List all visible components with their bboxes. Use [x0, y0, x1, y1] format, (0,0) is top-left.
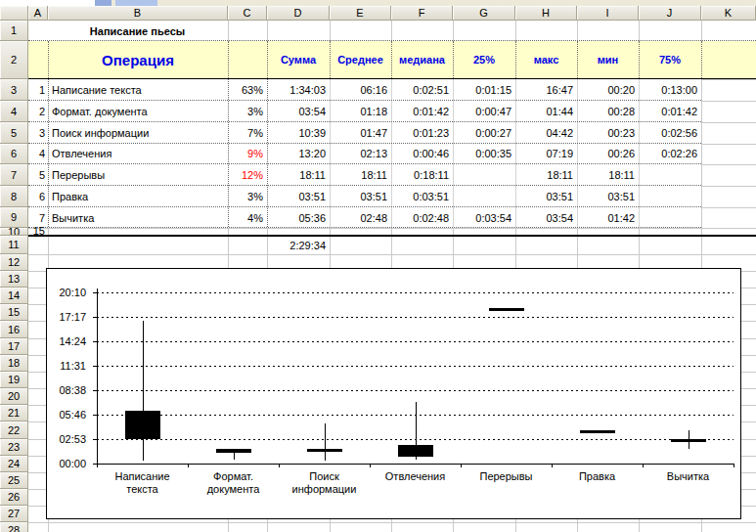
- row-header-23[interactable]: 23: [0, 439, 28, 456]
- row-header-21[interactable]: 21: [0, 405, 28, 421]
- stat-header-6[interactable]: мин: [577, 41, 639, 78]
- cell-time[interactable]: 01:47: [330, 122, 391, 143]
- cell-time[interactable]: 04:42: [515, 122, 577, 143]
- cell-time[interactable]: 0:02:48: [391, 207, 453, 228]
- table-row[interactable]: 1Написание текста63%1:34:0306:160:02:510…: [28, 79, 701, 101]
- cell-time[interactable]: [453, 186, 515, 206]
- cell-time[interactable]: 0:01:42: [639, 101, 701, 121]
- cell-sheet-title[interactable]: Написание пьесы: [48, 21, 227, 41]
- cell-operation-name[interactable]: Формат. документа: [48, 101, 228, 121]
- table-row[interactable]: 7Вычитка4%05:3602:480:02:480:03:5403:540…: [28, 207, 701, 228]
- column-header-A[interactable]: A: [28, 6, 48, 21]
- cell-time[interactable]: 18:11: [577, 164, 639, 185]
- cell-row-index[interactable]: 3: [28, 122, 48, 143]
- column-header-F[interactable]: F: [391, 6, 453, 21]
- cell-time[interactable]: 0:03:54: [453, 207, 515, 228]
- table-row[interactable]: 2Формат. документа3%03:5401:180:01:420:0…: [28, 101, 701, 122]
- row-header-11[interactable]: 11: [0, 236, 28, 254]
- row-header-4[interactable]: 4: [0, 101, 28, 122]
- cell-time[interactable]: 0:00:47: [453, 101, 515, 121]
- cell-time[interactable]: 0:13:00: [639, 79, 701, 100]
- cell-row-index[interactable]: 2: [28, 101, 48, 121]
- column-header-J[interactable]: J: [639, 6, 701, 21]
- cell-time[interactable]: 0:03:51: [391, 186, 453, 206]
- cell-time[interactable]: 00:28: [577, 101, 639, 121]
- spreadsheet-grid[interactable]: ABCDEFGHIJK12345678910111213141516171819…: [0, 0, 756, 532]
- column-header-I[interactable]: I: [577, 6, 639, 21]
- cell-time[interactable]: 05:36: [267, 207, 330, 228]
- row-header-2[interactable]: 2: [0, 41, 28, 79]
- row-header-17[interactable]: 17: [0, 338, 28, 355]
- stat-header-3[interactable]: медиана: [391, 41, 453, 78]
- cell-row-index[interactable]: 7: [28, 207, 48, 228]
- row-header-26[interactable]: 26: [0, 489, 28, 506]
- cell-percent[interactable]: 4%: [228, 207, 267, 228]
- row-header-10[interactable]: 10: [0, 228, 28, 236]
- cell-time[interactable]: 0:01:23: [391, 122, 453, 143]
- cell-time[interactable]: 01:42: [577, 207, 639, 228]
- cell-time[interactable]: 03:51: [515, 186, 577, 206]
- cell-time[interactable]: 03:51: [577, 186, 639, 206]
- cell-time[interactable]: 0:02:56: [639, 122, 701, 143]
- cell-time[interactable]: 06:16: [330, 79, 391, 100]
- row-header-27[interactable]: 27: [0, 506, 28, 522]
- cell-row-index[interactable]: 6: [28, 186, 48, 206]
- column-header-C[interactable]: C: [228, 6, 267, 21]
- row-header-12[interactable]: 12: [0, 254, 28, 271]
- cell-time[interactable]: 01:44: [515, 101, 577, 121]
- table-row[interactable]: 4Отвлечения9%13:2002:130:00:460:00:3507:…: [28, 144, 701, 164]
- table-row[interactable]: 6Правка3%03:5103:510:03:5103:5103:51: [28, 186, 701, 207]
- cell-percent[interactable]: 3%: [228, 186, 267, 206]
- cell-time[interactable]: [639, 207, 701, 228]
- cell-time[interactable]: 0:01:42: [391, 101, 453, 121]
- cell-time[interactable]: 00:26: [577, 144, 639, 163]
- chart[interactable]: 00:0002:5305:4608:3811:3114:2417:1720:10…: [46, 268, 741, 519]
- stat-header-2[interactable]: Среднее: [330, 41, 391, 78]
- cell-time[interactable]: [453, 164, 515, 185]
- cell-operation-name[interactable]: Перерывы: [48, 164, 228, 185]
- cell-time[interactable]: 01:18: [330, 101, 391, 121]
- column-header-E[interactable]: E: [330, 6, 391, 21]
- row-header-5[interactable]: 5: [0, 122, 28, 144]
- row-header-14[interactable]: 14: [0, 288, 28, 304]
- row-header-15[interactable]: 15: [0, 304, 28, 321]
- cell-time[interactable]: 03:51: [267, 186, 330, 206]
- row-header-13[interactable]: 13: [0, 271, 28, 288]
- cell-row-index[interactable]: 1: [28, 79, 48, 100]
- row-header-9[interactable]: 9: [0, 207, 28, 228]
- column-header-B[interactable]: B: [48, 6, 228, 21]
- cell-time[interactable]: 00:20: [577, 79, 639, 100]
- row-header-6[interactable]: 6: [0, 144, 28, 164]
- cell-time[interactable]: [639, 186, 701, 206]
- cell-operation-name[interactable]: Правка: [48, 186, 228, 206]
- row-header-3[interactable]: 3: [0, 79, 28, 101]
- row-header-1[interactable]: 1: [0, 21, 28, 41]
- table-row[interactable]: 5Перерывы12%18:1118:110:18:1118:1118:11: [28, 164, 701, 186]
- cell-time[interactable]: 16:47: [515, 79, 577, 100]
- cell-time[interactable]: 0:00:46: [391, 144, 453, 163]
- cell-time[interactable]: 0:01:15: [453, 79, 515, 100]
- cell-time[interactable]: 0:00:35: [453, 144, 515, 163]
- cell-time[interactable]: 10:39: [267, 122, 330, 143]
- cell-time[interactable]: 1:34:03: [267, 79, 330, 100]
- cell-operation-name[interactable]: Вычитка: [48, 207, 228, 228]
- table-header-row[interactable]: ОперацияСуммаСреднеемедиана25%максмин75%: [28, 41, 756, 79]
- row-header-7[interactable]: 7: [0, 164, 28, 186]
- cell-row-index[interactable]: 5: [28, 164, 48, 185]
- row-header-22[interactable]: 22: [0, 421, 28, 439]
- cell-percent[interactable]: 7%: [228, 122, 267, 143]
- column-header-D[interactable]: D: [267, 6, 330, 21]
- table-row[interactable]: 3Поиск информации7%10:3901:470:01:230:00…: [28, 122, 701, 144]
- cell-row-index[interactable]: 4: [28, 144, 48, 163]
- row-header-18[interactable]: 18: [0, 355, 28, 372]
- cell-time[interactable]: 03:54: [515, 207, 577, 228]
- row-header-24[interactable]: 24: [0, 456, 28, 472]
- cell-time[interactable]: 13:20: [267, 144, 330, 163]
- stat-header-7[interactable]: 75%: [639, 41, 701, 78]
- stat-header-4[interactable]: 25%: [453, 41, 515, 78]
- cell-operation-name[interactable]: Отвлечения: [48, 144, 228, 163]
- cell-time[interactable]: [639, 164, 701, 185]
- row-header-8[interactable]: 8: [0, 186, 28, 207]
- stat-header-5[interactable]: макс: [515, 41, 577, 78]
- cell-percent[interactable]: 3%: [228, 101, 267, 121]
